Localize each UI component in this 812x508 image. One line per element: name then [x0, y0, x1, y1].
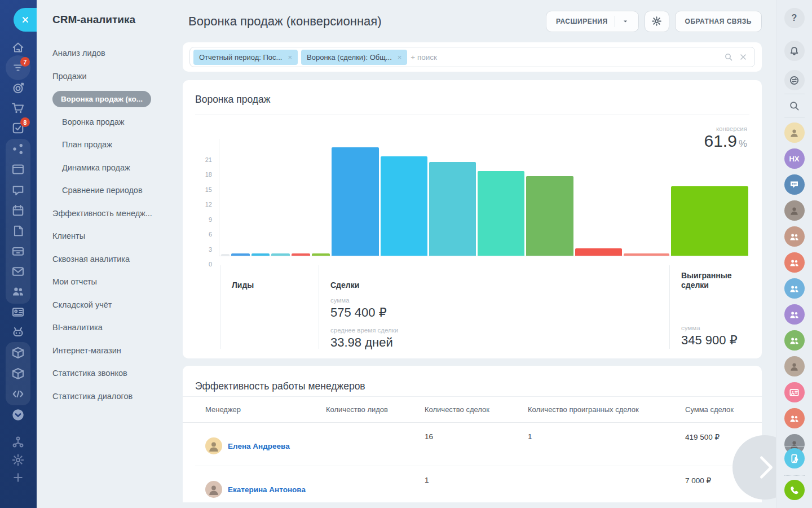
home-icon [11, 41, 25, 54]
stat-deals: Сделки сумма 575 400 ₽ среднее время сде… [319, 265, 669, 349]
sidebar-item[interactable]: BI-аналитика [37, 316, 183, 339]
sidebar-item[interactable]: Складской учёт [37, 294, 183, 317]
chat-avatar[interactable] [784, 356, 805, 376]
funnel-bar-2[interactable] [231, 253, 250, 256]
column-header[interactable]: Количество сделок [425, 405, 528, 414]
chat-avatar[interactable] [784, 174, 805, 195]
deals-sum-label: сумма [330, 297, 669, 304]
chat-avatar[interactable] [784, 304, 805, 325]
chevron-down-circle-rail-item[interactable] [11, 408, 25, 422]
y-axis-tick-label: 3 [195, 246, 212, 253]
sidebar-item[interactable]: Интернет-магазин [37, 339, 183, 362]
funnel-bar-7[interactable] [332, 147, 378, 256]
filter-search-field[interactable]: Отчетный период: Пос... × Воронка (сделк… [189, 47, 755, 67]
chat-avatar[interactable] [784, 200, 805, 221]
comm-phone-button[interactable] [784, 480, 805, 500]
sidebar-item[interactable]: План продаж [37, 133, 183, 156]
sidebar-item[interactable]: Статистика звонков [37, 362, 183, 385]
chat-avatar[interactable] [784, 408, 805, 428]
funnel-bar-10[interactable] [478, 171, 524, 256]
calendar-rail-item[interactable] [11, 204, 25, 217]
feedback-button[interactable]: ОБРАТНАЯ СВЯЗЬ [675, 11, 762, 32]
sidebar-item[interactable]: Продажи [37, 65, 183, 88]
filter-rail-item[interactable]: 7 [11, 61, 25, 75]
chip-close-icon[interactable]: × [398, 53, 402, 62]
extensions-button[interactable]: РАСШИРЕНИЯ [546, 11, 639, 32]
chat-avatar[interactable] [784, 252, 805, 273]
box-rail-item[interactable] [11, 367, 25, 380]
funnel-bar-14[interactable] [671, 186, 748, 256]
funnel-bar-9[interactable] [429, 162, 476, 256]
sidebar-item[interactable]: Сравнение периодов [37, 179, 183, 202]
search-button[interactable] [784, 95, 805, 116]
funnel-bar-1[interactable] [221, 254, 230, 256]
funnel-bar-4[interactable] [271, 253, 290, 256]
drawer-rail-item[interactable] [11, 244, 25, 258]
search-placeholder[interactable]: + поиск [411, 53, 721, 62]
chat-avatar[interactable]: HX [784, 148, 805, 169]
target-rail-item[interactable] [11, 81, 25, 95]
chat-avatar[interactable] [784, 278, 805, 299]
window-rail-item[interactable] [11, 163, 25, 176]
sidebar-item[interactable]: Эффективность менедж... [37, 202, 183, 225]
robot-rail-item[interactable] [11, 326, 25, 339]
box-rail-item[interactable] [11, 346, 25, 360]
sidebar-item[interactable]: Статистика диалогов [37, 385, 183, 408]
funnel-bar-11[interactable] [526, 176, 573, 256]
manager: Екатерина Антонова [205, 466, 326, 498]
mail-rail-item[interactable] [11, 265, 25, 278]
chip-close-icon[interactable]: × [288, 53, 292, 62]
comm-mobile-button[interactable] [784, 448, 805, 468]
sitemap-rail-item[interactable] [11, 435, 25, 449]
chat-avatar[interactable] [784, 122, 805, 143]
funnel-bar-12[interactable] [575, 248, 622, 256]
people-rail-item[interactable] [11, 284, 25, 298]
plus-rail-item[interactable] [11, 471, 25, 484]
bell-button[interactable] [784, 41, 805, 61]
sidebar-item[interactable]: Анализ лидов [37, 42, 183, 65]
funnel-bar-5[interactable] [292, 253, 310, 256]
sidebar-item-active-pill: Воронка продаж (ко... [52, 91, 151, 107]
mail-icon [11, 265, 25, 278]
home-rail-item[interactable] [11, 41, 25, 54]
chat-avatar[interactable] [784, 330, 805, 351]
sidebar-item[interactable]: Воронка продаж [37, 111, 183, 134]
filter-chip-period[interactable]: Отчетный период: Пос... × [193, 50, 298, 65]
column-header[interactable]: Количество проигранных сделок [528, 405, 685, 414]
column-header[interactable]: Сумма сделок [685, 405, 749, 414]
sidebar-item[interactable]: Клиенты [37, 225, 183, 248]
idcard-rail-item[interactable] [11, 305, 25, 319]
menu-close-button[interactable] [14, 8, 37, 32]
dialog-button[interactable] [784, 70, 805, 90]
chat-avatar[interactable] [784, 226, 805, 247]
code-rail-item[interactable] [11, 387, 25, 401]
sidebar-item[interactable]: Воронка продаж (ко... [37, 87, 183, 111]
y-axis-tick-label: 15 [195, 186, 212, 193]
sidebar-item[interactable]: Мои отчеты [37, 270, 183, 294]
sidebar-item[interactable]: Сквозная аналитика [37, 248, 183, 271]
help-button[interactable]: ? [784, 8, 805, 28]
sidebar-item[interactable]: Динамика продаж [37, 156, 183, 179]
tasks-rail-item[interactable]: 8 [11, 121, 25, 135]
filter-chip-funnel[interactable]: Воронка (сделки): Общ... × [301, 50, 407, 65]
code-icon [11, 387, 25, 401]
close-icon [21, 15, 30, 24]
plus-icon [11, 471, 25, 484]
funnel-bar-3[interactable] [251, 253, 270, 256]
share-rail-item[interactable] [11, 142, 25, 156]
column-header[interactable]: Менеджер [195, 405, 326, 414]
document-rail-item[interactable] [11, 224, 25, 238]
column-header[interactable]: Количество лидов [326, 405, 425, 414]
gear-rail-item[interactable] [11, 453, 25, 467]
funnel-bar-8[interactable] [381, 156, 427, 256]
chat-avatar[interactable] [784, 382, 805, 402]
clear-icon[interactable] [739, 52, 748, 62]
funnel-bar-13[interactable] [624, 253, 669, 256]
search-icon[interactable] [724, 52, 733, 62]
manager-name-link[interactable]: Елена Андреева [228, 442, 290, 450]
cart-rail-item[interactable] [11, 101, 25, 115]
settings-button[interactable] [645, 11, 669, 32]
funnel-bar-6[interactable] [312, 253, 330, 256]
manager-name-link[interactable]: Екатерина Антонова [228, 485, 306, 494]
chat-rail-item[interactable] [11, 183, 25, 197]
